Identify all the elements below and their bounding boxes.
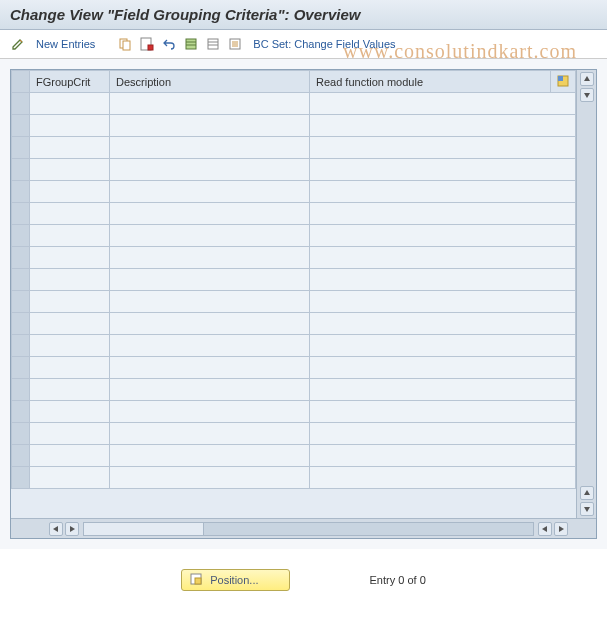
- row-selector[interactable]: [12, 269, 30, 291]
- cell-description[interactable]: [110, 225, 310, 247]
- cell-fgroupcrit[interactable]: [30, 291, 110, 313]
- row-selector[interactable]: [12, 137, 30, 159]
- scroll-down-icon[interactable]: [580, 88, 594, 102]
- cell-description[interactable]: [110, 93, 310, 115]
- undo-icon[interactable]: [161, 36, 177, 52]
- row-selector[interactable]: [12, 181, 30, 203]
- row-selector[interactable]: [12, 291, 30, 313]
- cell-description[interactable]: [110, 159, 310, 181]
- select-all-icon[interactable]: [183, 36, 199, 52]
- cell-fgroupcrit[interactable]: [30, 181, 110, 203]
- save-marker-icon[interactable]: [139, 36, 155, 52]
- row-selector[interactable]: [12, 313, 30, 335]
- new-entries-button[interactable]: New Entries: [32, 38, 99, 50]
- cell-read-function[interactable]: [310, 445, 576, 467]
- cell-fgroupcrit[interactable]: [30, 137, 110, 159]
- cell-read-function[interactable]: [310, 401, 576, 423]
- row-selector[interactable]: [12, 423, 30, 445]
- cell-description[interactable]: [110, 313, 310, 335]
- cell-read-function[interactable]: [310, 467, 576, 489]
- copy-icon[interactable]: [117, 36, 133, 52]
- cell-read-function[interactable]: [310, 159, 576, 181]
- cell-fgroupcrit[interactable]: [30, 93, 110, 115]
- row-selector[interactable]: [12, 203, 30, 225]
- hscroll-thumb[interactable]: [84, 523, 204, 535]
- scroll-left-icon[interactable]: [49, 522, 63, 536]
- scroll-up-icon[interactable]: [580, 486, 594, 500]
- cell-fgroupcrit[interactable]: [30, 269, 110, 291]
- scroll-down-icon[interactable]: [580, 502, 594, 516]
- cell-read-function[interactable]: [310, 313, 576, 335]
- cell-description[interactable]: [110, 445, 310, 467]
- cell-description[interactable]: [110, 401, 310, 423]
- cell-read-function[interactable]: [310, 203, 576, 225]
- cell-read-function[interactable]: [310, 335, 576, 357]
- cell-description[interactable]: [110, 115, 310, 137]
- col-header-fgroupcrit[interactable]: FGroupCrit: [30, 71, 110, 93]
- cell-description[interactable]: [110, 335, 310, 357]
- list-icon[interactable]: [227, 36, 243, 52]
- cell-fgroupcrit[interactable]: [30, 445, 110, 467]
- cell-read-function[interactable]: [310, 269, 576, 291]
- cell-description[interactable]: [110, 423, 310, 445]
- cell-fgroupcrit[interactable]: [30, 115, 110, 137]
- vertical-scrollbar[interactable]: [576, 70, 596, 518]
- cell-read-function[interactable]: [310, 247, 576, 269]
- row-selector[interactable]: [12, 401, 30, 423]
- cell-read-function[interactable]: [310, 357, 576, 379]
- row-selector[interactable]: [12, 247, 30, 269]
- scroll-left-icon[interactable]: [538, 522, 552, 536]
- cell-fgroupcrit[interactable]: [30, 467, 110, 489]
- cell-description[interactable]: [110, 467, 310, 489]
- table-row: [12, 159, 576, 181]
- scroll-right-icon[interactable]: [554, 522, 568, 536]
- cell-fgroupcrit[interactable]: [30, 203, 110, 225]
- cell-description[interactable]: [110, 137, 310, 159]
- row-selector[interactable]: [12, 357, 30, 379]
- scroll-right-icon[interactable]: [65, 522, 79, 536]
- deselect-all-icon[interactable]: [205, 36, 221, 52]
- cell-fgroupcrit[interactable]: [30, 225, 110, 247]
- row-selector[interactable]: [12, 445, 30, 467]
- row-selector[interactable]: [12, 335, 30, 357]
- cell-fgroupcrit[interactable]: [30, 423, 110, 445]
- cell-description[interactable]: [110, 379, 310, 401]
- cell-description[interactable]: [110, 203, 310, 225]
- table-config-icon[interactable]: [551, 71, 576, 93]
- cell-fgroupcrit[interactable]: [30, 313, 110, 335]
- edit-icon[interactable]: [10, 36, 26, 52]
- cell-fgroupcrit[interactable]: [30, 379, 110, 401]
- cell-read-function[interactable]: [310, 181, 576, 203]
- cell-description[interactable]: [110, 181, 310, 203]
- cell-fgroupcrit[interactable]: [30, 247, 110, 269]
- cell-fgroupcrit[interactable]: [30, 357, 110, 379]
- row-selector[interactable]: [12, 467, 30, 489]
- scroll-up-icon[interactable]: [580, 72, 594, 86]
- col-header-read-function[interactable]: Read function module: [310, 71, 551, 93]
- bc-set-button[interactable]: BC Set: Change Field Values: [249, 38, 399, 50]
- position-button[interactable]: Position...: [181, 569, 289, 591]
- cell-read-function[interactable]: [310, 115, 576, 137]
- row-selector[interactable]: [12, 225, 30, 247]
- row-selector[interactable]: [12, 379, 30, 401]
- cell-description[interactable]: [110, 247, 310, 269]
- hscroll-track[interactable]: [83, 522, 534, 536]
- cell-read-function[interactable]: [310, 379, 576, 401]
- col-header-description[interactable]: Description: [110, 71, 310, 93]
- cell-read-function[interactable]: [310, 423, 576, 445]
- cell-description[interactable]: [110, 291, 310, 313]
- cell-fgroupcrit[interactable]: [30, 159, 110, 181]
- row-selector[interactable]: [12, 159, 30, 181]
- cell-fgroupcrit[interactable]: [30, 401, 110, 423]
- cell-description[interactable]: [110, 357, 310, 379]
- cell-read-function[interactable]: [310, 137, 576, 159]
- row-selector[interactable]: [12, 115, 30, 137]
- horizontal-scrollbar[interactable]: [11, 518, 596, 538]
- cell-fgroupcrit[interactable]: [30, 335, 110, 357]
- select-all-rows[interactable]: [12, 71, 30, 93]
- row-selector[interactable]: [12, 93, 30, 115]
- cell-read-function[interactable]: [310, 291, 576, 313]
- cell-read-function[interactable]: [310, 225, 576, 247]
- cell-read-function[interactable]: [310, 93, 576, 115]
- cell-description[interactable]: [110, 269, 310, 291]
